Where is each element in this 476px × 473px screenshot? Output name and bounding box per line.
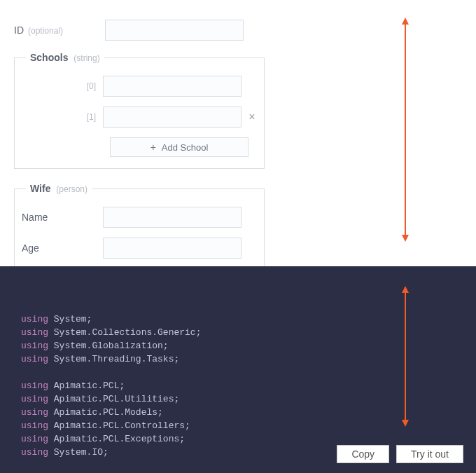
wife-legend: Wife (person) — [26, 183, 92, 194]
wife-name-label: Name — [22, 212, 48, 223]
code-buttons: Copy Try it out — [337, 445, 463, 463]
schools-item-0-index: [0] — [22, 81, 103, 91]
close-icon[interactable]: × — [247, 111, 257, 123]
wife-legend-hint: (person) — [56, 184, 88, 194]
wife-legend-label: Wife — [30, 183, 50, 194]
id-label-area: ID (optional) — [14, 25, 105, 36]
schools-item-1-index: [1] — [22, 112, 103, 122]
schools-legend-label: Schools — [30, 52, 68, 63]
wife-age-input[interactable] — [103, 238, 241, 259]
wife-name-input[interactable] — [103, 207, 241, 228]
wife-age-label: Age — [22, 242, 39, 254]
wife-name-label-area: Name — [22, 212, 103, 223]
id-hint: (optional) — [28, 26, 63, 36]
schools-item-0: [0] — [22, 76, 257, 97]
code-pane: using System;using System.Collections.Ge… — [0, 266, 476, 473]
schools-legend-hint: (string) — [74, 53, 99, 63]
plus-icon: + — [150, 142, 156, 152]
schools-item-0-input[interactable] — [103, 76, 241, 97]
wife-group: Wife (person) Name Age — [14, 183, 265, 266]
schools-item-1-input[interactable] — [103, 107, 241, 128]
id-label: ID — [14, 25, 24, 36]
id-row: ID (optional) — [14, 20, 476, 41]
try-it-out-button[interactable]: Try it out — [396, 445, 463, 463]
wife-age-row: Age — [22, 238, 257, 259]
schools-group: Schools (string) [0] [1] × + Add School — [14, 52, 265, 169]
copy-button[interactable]: Copy — [337, 445, 389, 463]
form-pane: ID (optional) Schools (string) [0] [1] ×… — [0, 0, 476, 266]
wife-name-row: Name — [22, 207, 257, 228]
id-input[interactable] — [105, 20, 244, 41]
schools-legend: Schools (string) — [26, 52, 104, 63]
add-school-label: Add School — [162, 142, 209, 153]
schools-item-1: [1] × — [22, 107, 257, 128]
wife-age-label-area: Age — [22, 242, 103, 254]
add-school-button[interactable]: + Add School — [110, 137, 248, 157]
